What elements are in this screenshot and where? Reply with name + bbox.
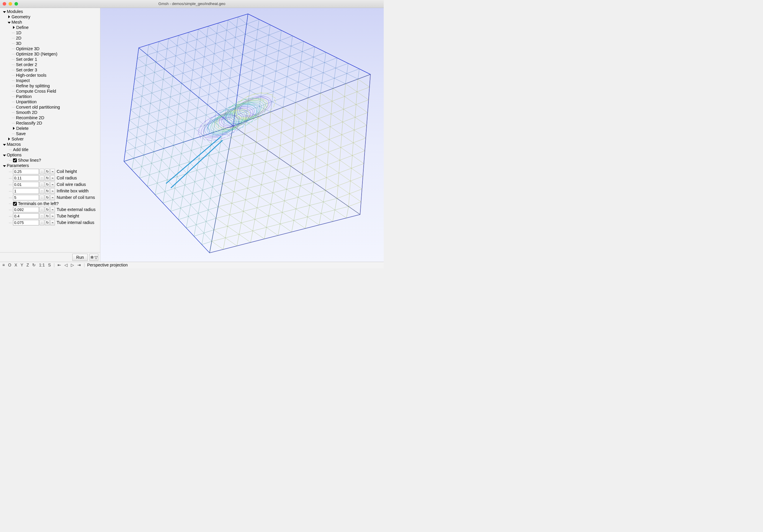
mesh-item[interactable]: Optimize 3D [0, 46, 100, 52]
chevron-down-icon[interactable] [7, 20, 11, 25]
settings-button[interactable]: ✲▽ [89, 254, 98, 261]
mesh-item[interactable]: 3D [0, 41, 100, 46]
reset-button[interactable]: ↻ [45, 169, 50, 174]
run-button[interactable]: Run [72, 254, 88, 261]
scale-button[interactable]: 1:1 [38, 262, 45, 267]
mesh-item[interactable]: Set order 1 [0, 56, 100, 62]
module-tree[interactable]: Modules Geometry Mesh Define1D2D3DOptimi… [0, 8, 100, 252]
mesh-item[interactable]: Recombine 2D [0, 115, 100, 120]
param-input[interactable] [13, 188, 39, 194]
param-input[interactable] [13, 220, 39, 225]
reset-button[interactable]: ↻ [45, 182, 50, 187]
mesh-item[interactable]: Save [0, 131, 100, 136]
graph-button[interactable]: ⌁ [50, 195, 55, 200]
mesh-item[interactable]: Delete [0, 126, 100, 131]
graph-button[interactable]: ⌁ [50, 213, 55, 219]
mesh-item[interactable]: Optimize 3D (Netgen) [0, 52, 100, 56]
stepper-button[interactable]: : [40, 182, 44, 187]
axis-y-button[interactable]: Y [20, 262, 24, 267]
svg-marker-199 [127, 130, 137, 141]
show-lines-checkbox[interactable] [13, 159, 17, 162]
reset-button[interactable]: ↻ [45, 207, 50, 212]
tree-solver[interactable]: Solver [0, 136, 100, 142]
mesh-item[interactable]: High-order tools [0, 72, 100, 78]
chevron-right-icon[interactable] [12, 25, 16, 30]
chevron-down-icon[interactable] [2, 163, 6, 168]
mesh-item[interactable]: Smooth 2D [0, 110, 100, 115]
graph-button[interactable]: ⌁ [50, 207, 55, 212]
graph-button[interactable]: ⌁ [50, 175, 55, 181]
tree-mesh[interactable]: Mesh [0, 20, 100, 25]
tree-parameters[interactable]: Parameters [0, 163, 100, 168]
reset-button[interactable]: ↻ [45, 188, 50, 194]
tree-options[interactable]: Options [0, 152, 100, 158]
stepper-button[interactable]: : [40, 188, 44, 194]
param-input[interactable] [13, 195, 39, 200]
maximize-icon[interactable] [15, 2, 18, 6]
svg-marker-60 [311, 67, 323, 78]
tree-modules[interactable]: Modules [0, 9, 100, 14]
tree-macros[interactable]: Macros [0, 142, 100, 147]
stepper-button[interactable]: : [40, 220, 44, 225]
last-button[interactable]: ⇥ [77, 262, 81, 267]
stepper-button[interactable]: : [40, 169, 44, 174]
svg-marker-305 [259, 185, 273, 196]
axis-x-button[interactable]: X [14, 262, 18, 267]
mesh-item[interactable]: Partition [0, 94, 100, 99]
option-show-lines[interactable]: Show lines? [0, 158, 100, 163]
terminals-checkbox[interactable] [13, 202, 17, 206]
graph-button[interactable]: ⌁ [50, 182, 55, 187]
viewport-3d[interactable]: Y X Z [100, 8, 384, 262]
svg-marker-104 [207, 33, 217, 44]
tree-geometry[interactable]: Geometry [0, 14, 100, 20]
mesh-item[interactable]: Reclassify 2D [0, 120, 100, 126]
stepper-button[interactable]: : [40, 175, 44, 181]
axis-o-button[interactable]: O [7, 262, 12, 267]
mesh-item[interactable]: Refine by splitting [0, 83, 100, 88]
mesh-item[interactable]: Convert old partitioning [0, 104, 100, 110]
mesh-item[interactable]: Set order 3 [0, 67, 100, 72]
play-button[interactable]: ▷ [70, 262, 75, 267]
projection-label[interactable]: Perspective projection [87, 262, 128, 267]
param-input[interactable] [13, 169, 39, 174]
option-terminals-left[interactable]: Terminals on the left? [0, 201, 100, 206]
stepper-button[interactable]: : [40, 213, 44, 219]
graph-button[interactable]: ⌁ [50, 188, 55, 194]
chevron-down-icon[interactable] [2, 152, 6, 158]
mesh-item[interactable]: Inspect [0, 78, 100, 83]
param-input[interactable] [13, 182, 39, 187]
prev-button[interactable]: ◁ [64, 262, 68, 267]
svg-line-466 [231, 128, 236, 131]
close-icon[interactable] [3, 2, 6, 6]
reset-button[interactable]: ↻ [45, 195, 50, 200]
tree-add-title[interactable]: Add title [0, 147, 100, 152]
stepper-button[interactable]: : [40, 195, 44, 200]
s-button[interactable]: S [48, 262, 52, 267]
reset-button[interactable]: ↻ [45, 175, 50, 181]
mesh-item[interactable]: Define [0, 25, 100, 30]
menu-icon[interactable]: ≡ [2, 262, 5, 267]
chevron-down-icon[interactable] [2, 142, 6, 147]
mesh-item[interactable]: Unpartition [0, 99, 100, 104]
minimize-icon[interactable] [9, 2, 12, 6]
first-button[interactable]: ⇤ [57, 262, 62, 267]
graph-button[interactable]: ⌁ [50, 169, 55, 174]
chevron-down-icon[interactable] [2, 9, 6, 15]
mesh-item[interactable]: 2D [0, 36, 100, 41]
param-input[interactable] [13, 207, 39, 212]
reset-button[interactable]: ↻ [45, 220, 50, 225]
mesh-item[interactable]: 1D [0, 30, 100, 36]
reset-button[interactable]: ↻ [45, 213, 50, 219]
chevron-right-icon[interactable] [12, 126, 16, 131]
param-input[interactable] [13, 213, 39, 219]
chevron-right-icon[interactable] [7, 136, 11, 142]
mesh-item[interactable]: Set order 2 [0, 62, 100, 67]
svg-marker-58 [313, 47, 326, 57]
stepper-button[interactable]: : [40, 207, 44, 212]
param-input[interactable] [13, 175, 39, 181]
mesh-item[interactable]: Compute Cross Field [0, 88, 100, 94]
chevron-right-icon[interactable] [7, 14, 11, 20]
graph-button[interactable]: ⌁ [50, 220, 55, 225]
rotate-button[interactable]: ↻ [32, 262, 36, 267]
axis-z-button[interactable]: Z [26, 262, 30, 267]
